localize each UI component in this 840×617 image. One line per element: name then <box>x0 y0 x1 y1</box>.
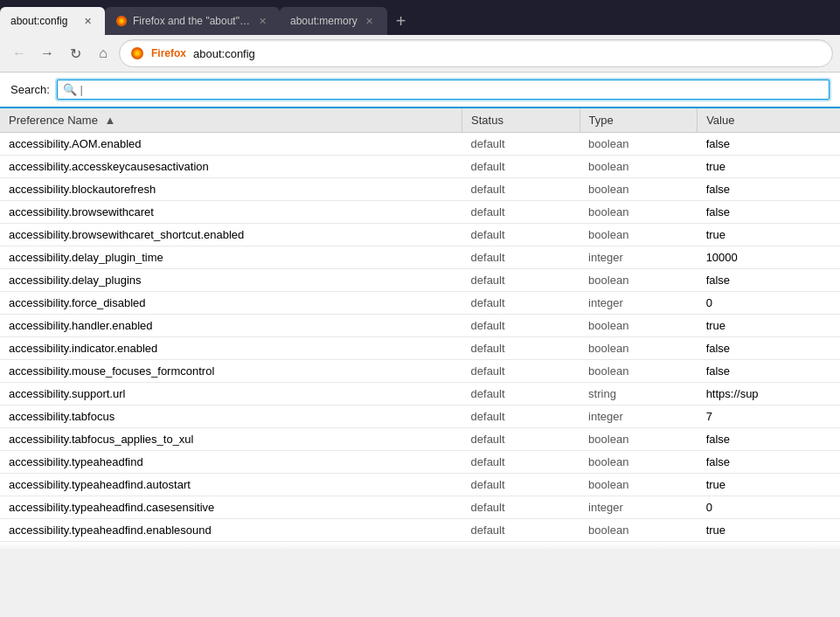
table-row[interactable]: accessibility.browsewithcaretdefaultbool… <box>0 201 840 224</box>
tab-title-firefox-proto: Firefox and the "about" proto... <box>133 15 250 27</box>
table-row[interactable]: accessibility.accesskeycausesactivationd… <box>0 156 840 178</box>
cell-pref-name: accessibility.support.url <box>0 383 462 406</box>
table-row[interactable]: accessibility.delay_pluginsdefaultboolea… <box>0 269 840 292</box>
new-tab-button[interactable]: + <box>387 7 415 35</box>
search-label: Search: <box>10 83 50 96</box>
col-header-value[interactable]: Value <box>698 108 840 133</box>
cell-type: boolean <box>580 428 698 451</box>
cell-pref-name: accessibility.typeaheadfind.autostart <box>0 474 462 496</box>
tab-about-config[interactable]: about:config ✕ <box>0 7 105 35</box>
cell-type: boolean <box>580 224 698 246</box>
cell-status: default <box>462 519 580 542</box>
cell-status: default <box>462 201 580 224</box>
cell-value: false <box>698 451 840 474</box>
svg-point-5 <box>135 52 140 56</box>
cell-value: false <box>698 201 840 224</box>
cell-type: boolean <box>580 451 698 474</box>
col-header-type[interactable]: Type <box>580 108 698 133</box>
table-row[interactable]: accessibility.browsewithcaret_shortcut.e… <box>0 224 840 246</box>
tab-title-about-memory: about:memory <box>290 15 358 27</box>
table-header-row: Preference Name ▲ Status Type Value <box>0 108 840 133</box>
cell-value: true <box>698 519 840 542</box>
cell-status: default <box>462 178 580 201</box>
cell-type: boolean <box>580 474 698 496</box>
cell-value: false <box>698 337 840 360</box>
table-row[interactable]: accessibility.indicator.enableddefaultbo… <box>0 337 840 360</box>
cell-value: 10000 <box>698 246 840 269</box>
cell-pref-name: accessibility.delay_plugin_time <box>0 246 462 269</box>
cell-status: default <box>462 156 580 178</box>
cell-type: integer <box>580 406 698 428</box>
cell-status: default <box>462 315 580 337</box>
cell-pref-name: accessibility.handler.enabled <box>0 315 462 337</box>
cell-pref-name: accessibility.blockautorefresh <box>0 178 462 201</box>
search-input[interactable] <box>57 80 830 100</box>
table-row[interactable]: accessibility.typeaheadfinddefaultboolea… <box>0 451 840 474</box>
table-row[interactable]: accessibility.support.urldefaultstringht… <box>0 383 840 406</box>
tab-close-firefox-proto[interactable]: ✕ <box>255 14 269 28</box>
cell-value: https://sup <box>698 383 840 406</box>
col-header-status[interactable]: Status <box>462 108 580 133</box>
cell-status: default <box>462 428 580 451</box>
table-row[interactable]: accessibility.tabfocus_applies_to_xuldef… <box>0 428 840 451</box>
cell-type: boolean <box>580 519 698 542</box>
tab-close-about-memory[interactable]: ✕ <box>363 14 377 28</box>
cell-value: true <box>698 224 840 246</box>
cell-type: integer <box>580 246 698 269</box>
table-row[interactable]: accessibility.tabfocusdefaultinteger7 <box>0 406 840 428</box>
back-button[interactable]: ← <box>7 41 31 66</box>
table-row[interactable]: accessibility.AOM.enableddefaultbooleanf… <box>0 133 840 156</box>
cell-status: default <box>462 474 580 496</box>
cell-value: false <box>698 178 840 201</box>
cell-type: boolean <box>580 315 698 337</box>
tab-close-about-config[interactable]: ✕ <box>80 14 94 28</box>
tab-title-about-config: about:config <box>10 15 75 27</box>
cell-pref-name: accessibility.typeaheadfind.casesensitiv… <box>0 496 462 519</box>
table-row[interactable]: accessibility.typeaheadfind.autostartdef… <box>0 474 840 496</box>
home-button[interactable]: ⌂ <box>91 41 115 66</box>
table-row[interactable]: accessibility.typeaheadfind.enablesoundd… <box>0 519 840 542</box>
refresh-button[interactable]: ↻ <box>63 41 87 66</box>
table-row[interactable]: accessibility.blockautorefreshdefaultboo… <box>0 178 840 201</box>
cell-type: boolean <box>580 360 698 383</box>
cell-value: false <box>698 360 840 383</box>
table-row[interactable]: accessibility.handler.enableddefaultbool… <box>0 315 840 337</box>
cell-pref-name: accessibility.typeaheadfind <box>0 451 462 474</box>
table-row[interactable]: accessibility.delay_plugin_timedefaultin… <box>0 246 840 269</box>
forward-button[interactable]: → <box>35 41 59 66</box>
table-body: accessibility.AOM.enableddefaultbooleanf… <box>0 133 840 542</box>
cell-pref-name: accessibility.indicator.enabled <box>0 337 462 360</box>
cell-value: false <box>698 428 840 451</box>
cell-status: default <box>462 451 580 474</box>
col-header-pref[interactable]: Preference Name ▲ <box>0 108 462 133</box>
cell-pref-name: accessibility.force_disabled <box>0 292 462 315</box>
cell-status: default <box>462 133 580 156</box>
firefox-icon <box>115 15 128 27</box>
cell-pref-name: accessibility.tabfocus <box>0 406 462 428</box>
cell-type: boolean <box>580 269 698 292</box>
cell-pref-name: accessibility.mouse_focuses_formcontrol <box>0 360 462 383</box>
cell-pref-name: accessibility.browsewithcaret <box>0 201 462 224</box>
table-row[interactable]: accessibility.mouse_focuses_formcontrold… <box>0 360 840 383</box>
cell-type: boolean <box>580 337 698 360</box>
cell-type: integer <box>580 292 698 315</box>
cell-status: default <box>462 246 580 269</box>
cell-value: 0 <box>698 496 840 519</box>
search-bar: Search: <box>0 73 840 108</box>
address-bar[interactable]: Firefox about:config <box>119 39 833 67</box>
tab-bar: about:config ✕ Firefox and the "about" p… <box>0 0 840 35</box>
tab-firefox-proto[interactable]: Firefox and the "about" proto... ✕ <box>105 7 280 35</box>
config-table: Preference Name ▲ Status Type Value acce… <box>0 108 840 542</box>
cell-type: string <box>580 383 698 406</box>
cell-status: default <box>462 337 580 360</box>
cell-type: boolean <box>580 156 698 178</box>
page-content: Search: Preference Name ▲ Status Type <box>0 72 840 549</box>
svg-point-2 <box>120 19 123 23</box>
cell-type: boolean <box>580 133 698 156</box>
cell-pref-name: accessibility.typeaheadfind.enablesound <box>0 519 462 542</box>
cell-pref-name: accessibility.browsewithcaret_shortcut.e… <box>0 224 462 246</box>
cell-value: true <box>698 315 840 337</box>
tab-about-memory[interactable]: about:memory ✕ <box>280 7 387 35</box>
table-row[interactable]: accessibility.typeaheadfind.casesensitiv… <box>0 496 840 519</box>
table-row[interactable]: accessibility.force_disableddefaultinteg… <box>0 292 840 315</box>
